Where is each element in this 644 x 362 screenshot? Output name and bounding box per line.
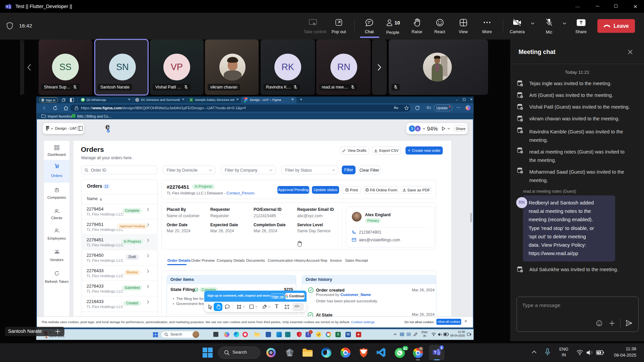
svg-text:T: T [6, 5, 8, 8]
svg-text:T: T [434, 350, 436, 354]
